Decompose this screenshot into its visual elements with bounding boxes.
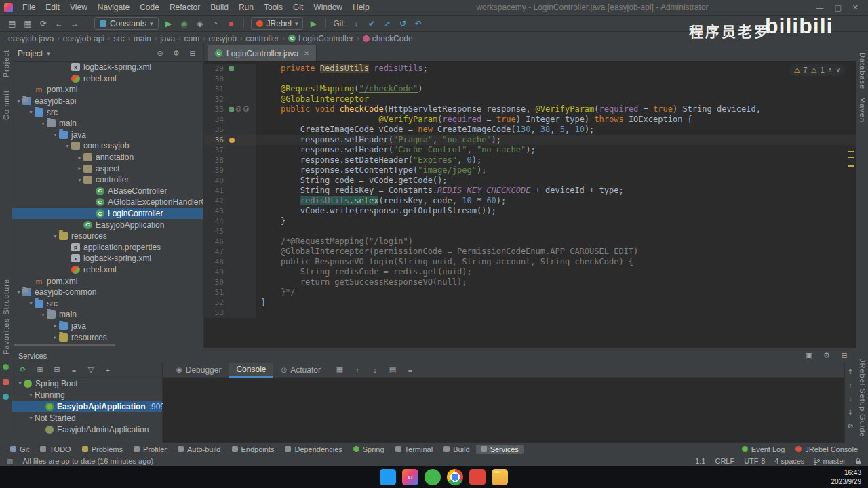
commit-icon[interactable]: ✔ [366, 19, 377, 28]
scroll-down-icon[interactable]: ↓ [845, 395, 856, 403]
code-text[interactable]: String redisCode = redis.get(uuid); [256, 267, 472, 277]
tree-item-application-properties[interactable]: papplication.properties [12, 242, 203, 253]
scrollbar-thumb[interactable] [14, 344, 115, 346]
chevron-expanded-icon[interactable]: ▾ [39, 312, 47, 318]
hide-icon[interactable]: ⊟ [187, 49, 198, 58]
chevron-expanded-icon[interactable]: ▾ [52, 131, 59, 138]
gear-icon[interactable]: ⚙ [171, 49, 182, 58]
hide-icon[interactable]: ⊟ [839, 351, 850, 360]
crumb-main[interactable]: main [134, 34, 151, 43]
rebel-run-icon[interactable]: ▶ [308, 19, 319, 28]
code-text[interactable]: } [256, 216, 285, 226]
service-easyjobadminapplication[interactable]: EasyjobAdminApplication [12, 424, 162, 435]
tree-item-annotation[interactable]: ▸annotation [12, 152, 203, 163]
tab-debugger[interactable]: ◉Debugger [170, 363, 228, 378]
menu-build[interactable]: Build [205, 1, 233, 14]
tree-item-rebel-xml[interactable]: rebel.xml [12, 264, 203, 276]
chevron-expanded-icon[interactable]: ▾ [39, 121, 47, 127]
explorer-icon[interactable] [492, 469, 508, 485]
toolwindow-dependencies[interactable]: Dependencies [280, 445, 347, 454]
toolwindow-endpoints[interactable]: Endpoints [227, 445, 279, 454]
scroll-bottom-icon[interactable]: ⇓ [845, 409, 856, 416]
run-icon[interactable]: ▶ [163, 19, 174, 28]
code-text[interactable]: response.setContentType("image/jpeg"); [256, 165, 486, 176]
menu-run[interactable]: Run [234, 1, 258, 14]
tab-actuator[interactable]: ◎Actuator [274, 363, 327, 378]
code-text[interactable]: public ResponseVO login(String uuid, Str… [256, 257, 633, 267]
tree-item-pom-xml[interactable]: mpom.xml [12, 84, 203, 96]
menu-window[interactable]: Window [309, 1, 347, 14]
add-service-icon[interactable]: + [102, 366, 113, 374]
tab-logincontroller[interactable]: C LoginController.java ✕ [208, 45, 317, 61]
tree-item-controller[interactable]: ▾controller [12, 174, 203, 186]
tree-item-java[interactable]: ▾java [12, 129, 203, 141]
caret-position[interactable]: 1:1 [695, 457, 705, 465]
layout-icon[interactable]: ▦ [334, 365, 345, 374]
code-text[interactable] [256, 74, 261, 84]
line-separator[interactable]: CRLF [715, 457, 734, 465]
back-icon[interactable]: ← [54, 19, 64, 28]
code-text[interactable]: public void checkCode(HttpServletRespons… [256, 104, 761, 115]
service-running[interactable]: ▾Running [12, 389, 162, 401]
tree-item-main[interactable]: ▾main [12, 309, 203, 321]
intention-bulb-icon[interactable] [229, 138, 235, 143]
crumb-logincontroller[interactable]: CLoginController [288, 34, 353, 43]
tree-item-resources[interactable]: ▸resources [12, 331, 203, 342]
chevron-expanded-icon[interactable]: ▾ [52, 233, 59, 239]
close-button[interactable]: ✕ [852, 3, 859, 12]
crumb-easyjob-java[interactable]: easyjob-java [8, 34, 54, 43]
code-text[interactable] [256, 308, 261, 318]
idea-icon[interactable]: IJ [402, 469, 418, 485]
locate-icon[interactable]: ⊙ [155, 49, 165, 58]
tree-item-logback-spring-xml[interactable]: xlogback-spring.xml [12, 62, 203, 73]
history-icon[interactable]: ↺ [397, 19, 408, 28]
tree-item-easyjobapplication[interactable]: CEasyjobApplication [12, 219, 203, 230]
toolwindow-build[interactable]: Build [439, 445, 474, 454]
windows-start-icon[interactable] [360, 469, 374, 483]
menu-navigate[interactable]: Navigate [93, 1, 134, 14]
push-icon[interactable]: ↗ [382, 19, 393, 28]
file-encoding[interactable]: UTF-8 [744, 457, 765, 465]
chevron-expanded-icon[interactable]: ▾ [16, 380, 24, 386]
chevron-expanded-icon[interactable]: ▾ [27, 392, 35, 398]
profiler-icon[interactable]: ◔ [210, 19, 221, 28]
scroll-top-icon[interactable]: ⇑ [845, 368, 856, 375]
tree-item-src[interactable]: ▾src [12, 106, 203, 118]
tree-item-resources[interactable]: ▾resources [12, 230, 203, 242]
crumb-easyjob[interactable]: easyjob [209, 34, 237, 43]
menu-git[interactable]: Git [288, 1, 308, 14]
run-config-select[interactable]: Constants▾ [94, 17, 159, 30]
toolwindow-spring[interactable]: Spring [349, 445, 389, 454]
code-text[interactable]: private RedisUtils redisUtils; [256, 64, 428, 74]
tool-windows-icon[interactable]: ▥ [7, 458, 13, 465]
print-icon[interactable]: ▤ [387, 365, 398, 374]
tree-item-java[interactable]: ▸java [12, 321, 203, 332]
code-text[interactable]: response.setDateHeader("Expires", 0); [256, 155, 481, 165]
chevron-expanded-icon[interactable]: ▾ [76, 177, 83, 183]
group-icon[interactable]: ≡ [68, 366, 79, 374]
crumb-checkcode[interactable]: checkCode [363, 34, 413, 43]
menu-tools[interactable]: Tools [259, 1, 288, 14]
project-panel-title[interactable]: Project [18, 49, 43, 58]
tree-item-logincontroller[interactable]: CLoginController [12, 208, 203, 220]
scroll-up-icon[interactable]: ↑ [352, 366, 363, 374]
close-tab-icon[interactable]: ✕ [304, 49, 309, 57]
jrebel-tool-stripe-icon[interactable] [3, 394, 9, 400]
settings-icon[interactable]: ⚙ [821, 351, 832, 360]
toolwindow-git[interactable]: Git [5, 445, 34, 454]
tree-item-main[interactable]: ▾main [12, 118, 203, 129]
code-text[interactable]: response.setHeader("Cache-Control", "no-… [256, 145, 536, 155]
minimize-button[interactable]: — [816, 3, 823, 12]
rerun-icon[interactable]: ⟳ [18, 365, 28, 374]
scroll-down-icon[interactable]: ↓ [370, 366, 380, 374]
tree-item-aglobalexceptionhandlercontroller[interactable]: CAGlobalExceptionHandlerController [12, 197, 203, 208]
toolwindow-button-favorites[interactable]: Favorites [2, 318, 10, 354]
toolwindow-button-maven[interactable]: Maven [859, 97, 867, 123]
chevron-collapsed-icon[interactable]: ▸ [52, 323, 59, 329]
tree-item-com-easyjob[interactable]: ▾com.easyjob [12, 140, 203, 152]
chrome-icon[interactable] [447, 469, 463, 485]
toolwindow-button-structure[interactable]: Structure [2, 279, 10, 315]
crumb-java[interactable]: java [160, 34, 175, 43]
tree-item-abasecontroller[interactable]: CABaseController [12, 186, 203, 197]
code-text[interactable]: return getSuccessResponseVO(null); [256, 277, 467, 287]
